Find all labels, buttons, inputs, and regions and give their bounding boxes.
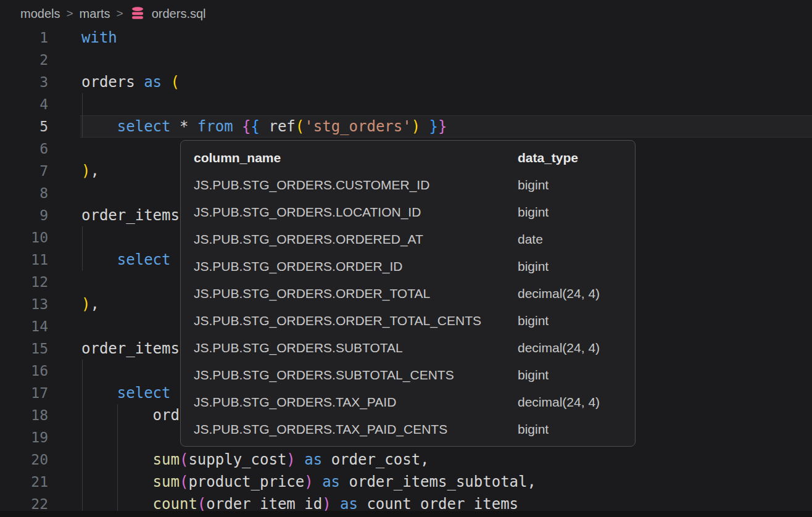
code-token: } — [438, 118, 447, 135]
breadcrumb-separator: > — [117, 7, 123, 20]
code-token: from — [197, 118, 233, 135]
column-row: JS.PUB.STG_ORDERS.TAX_PAID_CENTSbigint — [181, 416, 635, 443]
database-icon — [130, 6, 146, 21]
code-line-2[interactable]: 2 — [0, 49, 812, 71]
code-token: ( — [296, 118, 304, 135]
code-token: ) — [81, 296, 90, 313]
column-name-cell: JS.PUB.STG_ORDERS.ORDER_TOTAL_CENTS — [194, 313, 481, 328]
line-number[interactable]: 19 — [0, 426, 48, 449]
line-number[interactable]: 15 — [0, 337, 48, 360]
code-token: ) — [81, 162, 90, 180]
line-number[interactable]: 12 — [0, 271, 48, 293]
breadcrumb-separator: > — [66, 7, 73, 20]
code-line-4[interactable]: 4 — [0, 93, 812, 115]
line-number[interactable]: 1 — [0, 27, 48, 49]
line-number[interactable]: 8 — [0, 182, 48, 204]
line-number[interactable]: 6 — [0, 138, 48, 160]
data-type-cell: decimal(24, 4) — [518, 341, 600, 355]
breadcrumb-item-marts[interactable]: marts — [80, 7, 110, 21]
line-number[interactable]: 9 — [0, 204, 48, 226]
code-line-5[interactable]: 5 select * from {{ ref('stg_orders') }} — [0, 115, 812, 138]
code-token — [81, 118, 117, 135]
code-token — [81, 495, 153, 513]
code-token: } — [429, 118, 438, 135]
column-name-cell: JS.PUB.STG_ORDERS.CUSTOMER_ID — [194, 178, 429, 192]
code-token — [81, 407, 153, 424]
code-token: { — [251, 118, 260, 135]
code-token — [162, 73, 170, 91]
code-text: order_items — [81, 337, 180, 360]
code-token: , — [90, 162, 99, 180]
column-name-cell: JS.PUB.STG_ORDERS.ORDER_ID — [194, 259, 402, 274]
line-number[interactable]: 11 — [0, 249, 48, 271]
code-token — [81, 473, 153, 490]
line-number[interactable]: 20 — [0, 449, 48, 471]
code-line-20[interactable]: 20 sum(supply_cost) as order_cost, — [0, 449, 812, 471]
code-token — [171, 118, 180, 135]
column-row: JS.PUB.STG_ORDERS.CUSTOMER_IDbigint — [181, 172, 635, 199]
line-number[interactable]: 2 — [0, 49, 48, 71]
code-token — [135, 73, 144, 91]
column-info-popup: column_name data_type JS.PUB.STG_ORDERS.… — [180, 140, 636, 447]
column-row: JS.PUB.STG_ORDERS.ORDERED_ATdate — [181, 226, 635, 253]
line-number[interactable]: 21 — [0, 471, 48, 493]
code-token: ref — [268, 118, 295, 135]
data-type-cell: bigint — [518, 259, 549, 274]
line-number[interactable]: 16 — [0, 360, 48, 382]
breadcrumb-item-filename[interactable]: orders.sql — [152, 7, 206, 21]
breadcrumb: models > marts > orders.sql — [0, 0, 812, 27]
bottom-panel-edge — [0, 511, 812, 517]
data-type-header: data_type — [518, 151, 578, 165]
code-text: order_items — [81, 204, 180, 226]
code-token — [358, 495, 367, 513]
line-number[interactable]: 10 — [0, 226, 48, 249]
code-token: supply_cost — [188, 451, 286, 468]
code-token: order_items — [81, 340, 180, 357]
column-name-cell: JS.PUB.STG_ORDERS.LOCATION_ID — [194, 205, 421, 220]
column-name-cell: JS.PUB.STG_ORDERS.SUBTOTAL — [194, 341, 403, 355]
line-number[interactable]: 3 — [0, 71, 48, 93]
code-token: ) — [286, 451, 295, 468]
code-token: sum — [153, 473, 180, 490]
code-text: ord — [81, 404, 180, 426]
code-text: ), — [81, 160, 99, 182]
code-token: ) — [412, 118, 420, 135]
code-token — [313, 473, 322, 490]
code-token: ( — [180, 473, 188, 490]
line-number[interactable]: 14 — [0, 315, 48, 337]
code-token: sum — [153, 451, 180, 468]
code-token — [331, 495, 340, 513]
column-row: JS.PUB.STG_ORDERS.LOCATION_IDbigint — [181, 199, 635, 226]
breadcrumb-item-models[interactable]: models — [20, 7, 60, 21]
line-number[interactable]: 18 — [0, 404, 48, 426]
line-number[interactable]: 5 — [0, 115, 48, 138]
data-type-cell: bigint — [518, 313, 549, 328]
code-token: ( — [180, 451, 188, 468]
line-number[interactable]: 7 — [0, 160, 48, 182]
column-name-cell: JS.PUB.STG_ORDERS.ORDER_TOTAL — [194, 286, 430, 301]
code-token: order_cost, — [331, 451, 429, 468]
code-token: select — [117, 118, 171, 135]
data-type-cell: date — [518, 232, 543, 247]
data-type-cell: decimal(24, 4) — [518, 395, 600, 410]
code-token: select — [117, 251, 171, 268]
code-token: * — [180, 118, 188, 135]
column-row: JS.PUB.STG_ORDERS.ORDER_IDbigint — [181, 253, 635, 280]
data-type-cell: bigint — [518, 178, 549, 192]
code-token: count_order_items — [367, 495, 518, 513]
line-number[interactable]: 17 — [0, 382, 48, 404]
code-token: ) — [322, 495, 331, 513]
code-line-1[interactable]: 1with — [0, 27, 812, 49]
code-token — [260, 118, 268, 135]
code-line-3[interactable]: 3orders as ( — [0, 71, 812, 93]
line-number[interactable]: 13 — [0, 293, 48, 315]
code-line-21[interactable]: 21 sum(product_price) as order_items_sub… — [0, 471, 812, 493]
code-token: count — [153, 495, 197, 513]
code-text: orders as ( — [81, 71, 180, 93]
code-token: as — [304, 451, 322, 468]
column-row: JS.PUB.STG_ORDERS.ORDER_TOTALdecimal(24,… — [181, 280, 635, 307]
code-token: as — [340, 495, 358, 513]
line-number[interactable]: 4 — [0, 93, 48, 115]
column-row: JS.PUB.STG_ORDERS.TAX_PAIDdecimal(24, 4) — [181, 389, 635, 416]
code-token: ) — [304, 473, 313, 490]
